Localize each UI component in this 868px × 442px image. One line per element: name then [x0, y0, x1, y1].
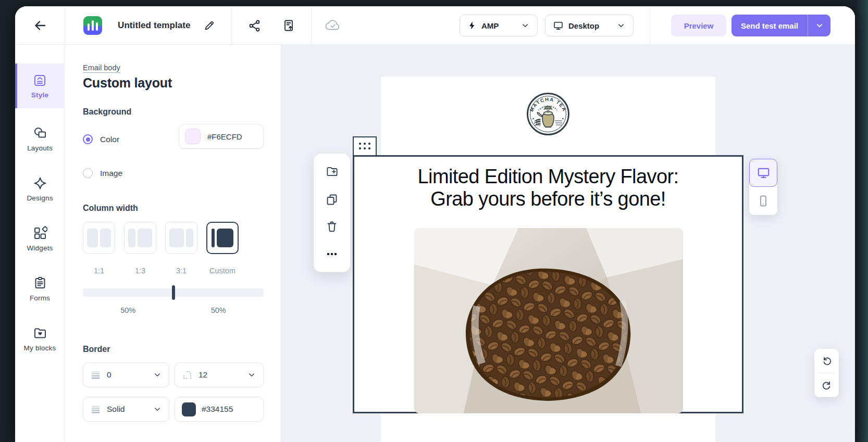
email-logo-image[interactable]: MATCHA TEA TRADITIONAL	[526, 92, 570, 136]
border-style-value: Solid	[107, 405, 125, 414]
background-section-heading: Background	[83, 107, 131, 117]
background-color-radio[interactable]: Color	[83, 134, 119, 144]
ellipsis-icon	[326, 248, 338, 260]
save-block-button[interactable]	[323, 162, 341, 181]
column-cell	[217, 229, 233, 247]
mobile-view-button[interactable]	[749, 187, 777, 215]
more-options-button[interactable]	[323, 245, 341, 263]
border-radius-dropdown[interactable]: 12	[175, 362, 264, 387]
divider	[312, 6, 312, 45]
email-heading[interactable]: Limited Edition Mystery Flavor: Grab you…	[354, 166, 742, 210]
sidebar-item-label: Style	[31, 91, 48, 99]
cloud-saved-icon	[325, 19, 341, 32]
color-swatch	[185, 129, 201, 144]
border-style-icon	[90, 404, 101, 415]
sidebar-item-style[interactable]: Style	[15, 64, 65, 108]
monitor-icon	[553, 20, 564, 31]
layouts-icon	[33, 126, 47, 141]
preview-button[interactable]: Preview	[671, 15, 726, 36]
copy-icon	[326, 193, 338, 206]
column-option-1-3[interactable]	[124, 222, 156, 254]
editor-canvas[interactable]: MATCHA TEA TRADITIONAL	[281, 45, 855, 442]
column-option-label: 3:1	[165, 267, 197, 275]
breadcrumb-email-body[interactable]: Email body	[83, 64, 120, 73]
email-product-image[interactable]	[414, 228, 683, 413]
device-label: Desktop	[568, 21, 599, 30]
column-cell	[169, 229, 184, 247]
lightning-icon	[467, 21, 477, 30]
amp-mode-dropdown[interactable]: AMP	[460, 15, 538, 36]
edit-title-button[interactable]	[204, 20, 215, 31]
block-drag-handle[interactable]	[353, 136, 377, 155]
desktop-view-button[interactable]	[749, 159, 777, 187]
logo-bar	[88, 23, 90, 31]
share-icon	[248, 19, 261, 32]
undo-icon	[821, 355, 833, 367]
redo-icon	[821, 380, 833, 391]
divider	[231, 6, 232, 45]
column-option-label: 1:1	[83, 267, 115, 275]
send-test-email-menu-button[interactable]	[808, 15, 830, 36]
radio-label: Color	[100, 135, 119, 144]
border-color-picker[interactable]: #334155	[175, 397, 264, 422]
email-heading-line1: Limited Edition Mystery Flavor:	[354, 166, 742, 188]
block-actions-toolbar	[314, 154, 350, 272]
column-option-custom[interactable]	[206, 222, 239, 254]
sidebar-item-forms[interactable]: Forms	[15, 267, 65, 311]
chevron-down-icon	[247, 370, 256, 380]
column-width-options	[83, 222, 239, 254]
border-section-heading: Border	[83, 345, 110, 354]
border-style-dropdown[interactable]: Solid	[83, 397, 169, 422]
sidebar-item-layouts[interactable]: Layouts	[15, 117, 65, 161]
column-option-1-1[interactable]	[83, 222, 115, 254]
column-cell	[186, 229, 193, 247]
sidebar-item-designs[interactable]: Designs	[15, 167, 65, 211]
slider-handle[interactable]	[172, 285, 175, 300]
preview-label: Preview	[684, 21, 714, 30]
column-width-slider[interactable]	[83, 288, 264, 297]
redo-button[interactable]	[814, 373, 839, 397]
sidebar-item-my-blocks[interactable]: My blocks	[15, 317, 65, 361]
selected-layout-block[interactable]: Limited Edition Mystery Flavor: Grab you…	[353, 155, 743, 413]
delete-block-button[interactable]	[323, 217, 341, 236]
column-cell	[212, 229, 215, 247]
app-logo	[83, 16, 102, 35]
canvas-device-toggle	[749, 159, 777, 215]
chevron-down-icon	[616, 21, 626, 30]
top-bar: Untitled template AMP Desktop Preview	[15, 6, 855, 45]
column-option-3-1[interactable]	[165, 222, 197, 254]
send-test-email-split-button: Send test email	[731, 15, 830, 36]
style-icon	[33, 73, 47, 87]
undo-button[interactable]	[814, 349, 839, 373]
column-width-section-heading: Column width	[83, 204, 138, 213]
column-cell	[100, 229, 111, 247]
widgets-icon	[33, 226, 47, 241]
duplicate-block-button[interactable]	[323, 190, 341, 209]
border-width-icon	[90, 370, 101, 381]
sidebar-item-label: Widgets	[27, 244, 53, 252]
logo-bar	[92, 20, 94, 31]
sidebar-item-widgets[interactable]: Widgets	[15, 217, 65, 261]
device-preview-dropdown[interactable]: Desktop	[545, 15, 634, 36]
column-cell	[138, 229, 152, 247]
pencil-icon	[204, 20, 215, 31]
style-settings-panel: Email body Custom layout Background Colo…	[65, 45, 281, 442]
back-button[interactable]	[31, 16, 49, 35]
column-option-label: 1:3	[124, 267, 156, 275]
sidebar-item-label: Forms	[30, 294, 50, 302]
left-nav-sidebar: Style Layouts Designs Widgets Forms My b…	[15, 45, 65, 442]
background-image-radio[interactable]: Image	[83, 168, 122, 178]
column-cell	[87, 229, 98, 247]
amp-label: AMP	[481, 21, 499, 30]
chevron-down-icon	[815, 21, 824, 30]
share-button[interactable]	[248, 19, 261, 32]
border-width-dropdown[interactable]: 0	[83, 362, 169, 387]
email-heading-line2: Grab yours before it’s gone!	[354, 188, 742, 210]
column-option-label: Custom	[206, 267, 239, 275]
forms-icon	[33, 276, 47, 291]
drag-dots-icon	[359, 143, 371, 150]
background-color-picker[interactable]: #F6ECFD	[179, 124, 264, 149]
back-arrow-icon	[33, 19, 47, 32]
send-test-email-button[interactable]: Send test email	[731, 15, 808, 36]
export-document-button[interactable]	[282, 19, 295, 32]
